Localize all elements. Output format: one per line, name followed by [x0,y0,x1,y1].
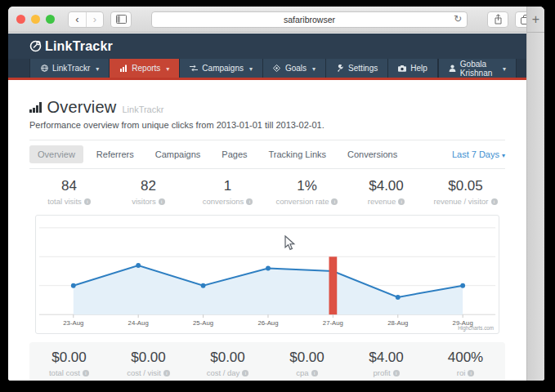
user-icon [449,65,456,73]
x-axis-label: 25-Aug [193,319,213,327]
nav-item-settings[interactable]: Settings [326,59,388,78]
stat-label: cost / visit [127,368,161,377]
chevron-down-icon [499,149,505,159]
data-point-23-Aug[interactable] [71,283,76,288]
info-icon[interactable] [246,198,253,205]
tab-pages[interactable]: Pages [213,145,255,163]
nav-item-label: LinkTrackr [52,64,90,73]
sidebar-toggle-button[interactable] [110,11,132,28]
stat-conversions: 1conversions [188,178,267,206]
visits-chart[interactable]: 23-Aug24-Aug25-Aug26-Aug27-Aug28-Aug29-A… [36,216,499,333]
sidebar-icon [116,15,127,24]
nav-item-help[interactable]: Help [388,59,438,78]
info-icon[interactable] [331,198,338,205]
help-icon [398,65,406,73]
share-button[interactable] [487,11,508,28]
chevron-down-icon [248,64,253,73]
stat-roi: 400%roi [426,350,505,377]
data-point-25-Aug[interactable] [201,283,206,288]
page-title: Overview [47,98,117,117]
tab-overview[interactable]: Overview [29,145,83,163]
info-icon[interactable] [398,198,405,205]
date-range-label: Last 7 Days [452,149,499,159]
stat-value: $0.00 [188,350,267,366]
page-title-suffix: LinkTrackr [122,105,163,114]
nav-item-label: Goals [285,64,307,73]
refresh-icon[interactable]: ↻ [454,13,462,24]
zoom-window-button[interactable] [46,15,55,24]
stats-top-row: 84total visits82visitors1conversions1%co… [29,169,505,213]
stat-total-cost: $0.00total cost [29,350,109,377]
browser-window: ‹ › safaribrowser ↻ + LinkTrackr LinkTra… [8,7,544,381]
nav-item-linktrackr[interactable]: LinkTrackr [29,59,110,78]
conversion-column-27-Aug[interactable] [329,256,337,314]
report-tabs: OverviewReferrersCampaignsPagesTracking … [29,140,505,168]
stat-value: $0.00 [267,350,347,366]
nav-item-campaigns[interactable]: Campaigns [180,59,263,78]
data-point-29-Aug[interactable] [460,283,465,288]
info-icon[interactable] [311,370,318,376]
info-icon[interactable] [491,198,498,205]
close-window-button[interactable] [16,15,25,24]
area-fill [74,265,463,314]
scrollbar-strip[interactable]: + [526,7,544,381]
stat-revenue: $4.00revenue [347,178,426,206]
nav-items: LinkTrackrReportsCampaignsGoalsSettingsH… [29,59,438,78]
stat-label: cost / day [207,368,240,377]
info-icon[interactable] [159,198,165,205]
info-icon[interactable] [393,370,400,376]
brand-name: LinkTrackr [45,39,113,54]
wrench-icon [336,65,344,73]
tab-campaigns[interactable]: Campaigns [147,145,209,163]
date-range-selector[interactable]: Last 7 Days [452,149,505,159]
stat-label: profit [373,368,390,377]
stat-value: 400% [426,350,505,366]
new-tab-button[interactable]: + [527,7,544,33]
stat-visitors: 82visitors [109,178,188,206]
chevron-down-icon [164,64,169,73]
stat-value: $0.00 [29,350,109,366]
chevron-down-icon [94,64,99,73]
x-axis-label: 24-Aug [128,319,149,327]
tab-conversions[interactable]: Conversions [339,145,405,163]
info-icon[interactable] [83,370,89,376]
stat-label: cpa [296,368,308,377]
brand-logo-link[interactable]: LinkTrackr [29,39,113,54]
chart-credits[interactable]: Highcharts.com [458,325,494,332]
tab-referrers[interactable]: Referrers [88,145,142,163]
info-icon[interactable] [163,370,170,376]
stat-revenue-visitor: $0.05revenue / visitor [426,178,505,206]
stat-label: conversions [203,197,244,206]
data-point-28-Aug[interactable] [396,295,401,300]
stat-label: total visits [47,197,82,206]
url-text: safaribrowser [284,15,335,24]
tabs-group: OverviewReferrersCampaignsPagesTracking … [29,145,410,163]
info-icon[interactable] [84,198,91,205]
info-icon[interactable] [468,370,474,376]
stat-label: roi [457,368,466,377]
info-icon[interactable] [242,370,248,376]
forward-button[interactable]: › [86,12,103,27]
globe-icon [40,65,48,73]
stat-label: visitors [132,197,156,206]
stat-profit: $4.00profit [347,350,426,377]
tab-tracking-links[interactable]: Tracking Links [261,145,335,163]
app-header: LinkTrackr [8,33,526,59]
chart-icon [119,65,128,73]
stat-conversion-rate: 1%conversion rate [267,178,347,206]
data-point-24-Aug[interactable] [136,263,141,268]
user-menu[interactable]: Gobala Krishnan [438,59,517,78]
data-point-26-Aug[interactable] [266,265,271,270]
nav-item-label: Settings [348,64,378,73]
stat-cost-day: $0.00cost / day [188,350,267,377]
stat-cpa: $0.00cpa [267,350,347,377]
stats-bottom-row: $0.00total cost$0.00cost / visit$0.00cos… [29,342,505,381]
back-button[interactable]: ‹ [69,12,86,27]
nav-item-reports[interactable]: Reports [110,59,180,78]
minimize-window-button[interactable] [31,15,40,24]
stat-value: 82 [109,178,188,194]
url-field[interactable]: safaribrowser ↻ [151,11,468,28]
browser-titlebar: ‹ › safaribrowser ↻ [8,7,544,33]
nav-item-goals[interactable]: Goals [263,59,326,78]
window-controls [16,15,55,24]
